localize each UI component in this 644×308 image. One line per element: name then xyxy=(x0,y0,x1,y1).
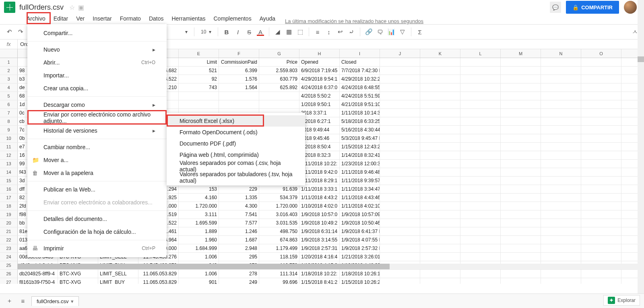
cell[interactable]: 92 xyxy=(179,75,219,83)
cell[interactable]: 229 xyxy=(219,185,259,193)
cell[interactable] xyxy=(501,58,541,66)
cell[interactable] xyxy=(501,227,541,235)
menu-complementos[interactable]: Complementos xyxy=(209,14,255,24)
cell[interactable] xyxy=(581,92,621,100)
row-header[interactable]: 3 xyxy=(0,75,18,83)
cell[interactable] xyxy=(501,67,541,75)
cell[interactable]: 674.863 xyxy=(259,236,299,244)
cell[interactable] xyxy=(259,100,299,108)
cell[interactable] xyxy=(501,210,541,219)
cell[interactable] xyxy=(380,83,420,92)
chart-button[interactable]: 📊 xyxy=(386,27,396,37)
cell[interactable] xyxy=(541,100,581,108)
fill-color-button[interactable]: ◢ xyxy=(272,27,283,37)
cell[interactable]: BTC-XVG xyxy=(58,278,98,284)
cell[interactable] xyxy=(380,160,420,168)
cell[interactable]: 1/11/2018 9:42:0 xyxy=(299,168,340,176)
cell[interactable] xyxy=(541,168,581,176)
cell[interactable] xyxy=(581,134,621,142)
cell[interactable]: 99.696 xyxy=(259,278,299,284)
menu-item[interactable]: Configuración de la hoja de cálculo... xyxy=(27,225,167,238)
cell[interactable] xyxy=(501,143,541,151)
cell[interactable]: 4/21/2018 9:51:10 AM xyxy=(340,100,380,108)
row-header[interactable]: 15 xyxy=(0,177,18,185)
cell[interactable]: 1.576 xyxy=(219,75,259,83)
cell[interactable] xyxy=(581,160,621,168)
menu-item[interactable]: Crear una copia... xyxy=(27,82,167,95)
cell[interactable] xyxy=(420,160,460,168)
menu-archivo[interactable]: Archivo xyxy=(23,14,50,24)
submenu-item[interactable]: Microsoft Excel (.xlsx) xyxy=(167,115,305,127)
cell[interactable]: 91.639 xyxy=(259,185,299,193)
cell[interactable] xyxy=(380,109,420,117)
cell[interactable] xyxy=(541,219,581,227)
cell[interactable] xyxy=(501,244,541,252)
cell[interactable]: 1.179.499 xyxy=(259,244,299,252)
cell[interactable] xyxy=(501,75,541,83)
cell[interactable]: 1/9/2018 10:49:2 xyxy=(299,219,340,227)
cell[interactable] xyxy=(460,227,501,235)
cell[interactable]: CommissionPaid xyxy=(219,58,259,66)
cell[interactable] xyxy=(541,210,581,219)
cell[interactable]: 3.111 xyxy=(179,210,219,219)
row-header[interactable]: 14 xyxy=(0,168,18,176)
sheet-tab[interactable]: fullOrders.csv▾ xyxy=(31,296,79,306)
link-button[interactable]: 🔗 xyxy=(363,27,374,37)
row-header[interactable]: 13 xyxy=(0,160,18,168)
cell[interactable] xyxy=(380,100,420,108)
cell[interactable]: 1.006 xyxy=(179,270,219,278)
cell[interactable] xyxy=(581,100,621,108)
cell[interactable] xyxy=(420,83,460,92)
cell[interactable]: 901 xyxy=(179,278,219,284)
cell[interactable] xyxy=(541,227,581,235)
cell[interactable] xyxy=(460,210,501,219)
cell[interactable] xyxy=(541,151,581,159)
menu-datos[interactable]: Datos xyxy=(145,14,168,24)
cell[interactable]: 1/11/2018 10:22: xyxy=(299,160,340,168)
cell[interactable] xyxy=(460,244,501,252)
cell[interactable]: 3/2018 6:27:1 xyxy=(299,117,340,125)
cell[interactable] xyxy=(420,67,460,75)
cell[interactable] xyxy=(460,126,501,134)
cell[interactable]: 11.065.053.829 xyxy=(138,270,179,278)
cell[interactable] xyxy=(581,253,621,261)
cell[interactable] xyxy=(541,83,581,92)
cell[interactable]: 1.960 xyxy=(179,236,219,244)
cell[interactable] xyxy=(380,227,420,235)
cell[interactable]: 3.016.403 xyxy=(259,210,299,219)
menu-editar[interactable]: Editar xyxy=(50,14,72,24)
cell[interactable] xyxy=(420,244,460,252)
cell[interactable] xyxy=(501,100,541,108)
cell[interactable] xyxy=(581,194,621,202)
cell[interactable]: Opened xyxy=(299,58,340,66)
cell[interactable]: 2.559.803 xyxy=(259,67,299,75)
cell[interactable] xyxy=(420,75,460,83)
cell[interactable] xyxy=(460,67,501,75)
text-color-button[interactable]: A xyxy=(255,27,266,37)
cell[interactable] xyxy=(581,75,621,83)
cell[interactable] xyxy=(380,92,420,100)
cell[interactable]: 153 xyxy=(179,185,219,193)
cell[interactable] xyxy=(581,270,621,278)
cell[interactable]: 1.564 xyxy=(219,83,259,92)
cell[interactable] xyxy=(179,100,219,108)
cell[interactable]: 1/9/2018 10:57:0 xyxy=(299,210,340,219)
cell[interactable]: 1/15/2018 12:43:25 AM xyxy=(340,143,380,151)
cell[interactable]: 743 xyxy=(179,83,219,92)
cell[interactable]: 1/18/2018 10:22: xyxy=(299,270,340,278)
menu-item[interactable]: Publicar en la Web... xyxy=(27,183,167,196)
cell[interactable] xyxy=(460,185,501,193)
col-header-F[interactable]: F xyxy=(219,49,259,58)
cell[interactable] xyxy=(460,117,501,125)
menu-ver[interactable]: Ver xyxy=(72,14,89,24)
cell[interactable] xyxy=(460,109,501,117)
cell[interactable] xyxy=(420,109,460,117)
cell[interactable] xyxy=(460,75,501,83)
cell[interactable] xyxy=(420,177,460,185)
cell[interactable]: 249 xyxy=(219,278,259,284)
cell[interactable]: 1/9/2018 6:31:14 xyxy=(299,227,340,235)
cell[interactable]: 625.892 xyxy=(259,83,299,92)
row-header[interactable]: 4 xyxy=(0,83,18,92)
submenu-item[interactable]: Página web (.html, comprimida) xyxy=(167,149,305,160)
cell[interactable]: 1.720.000 xyxy=(179,202,219,210)
